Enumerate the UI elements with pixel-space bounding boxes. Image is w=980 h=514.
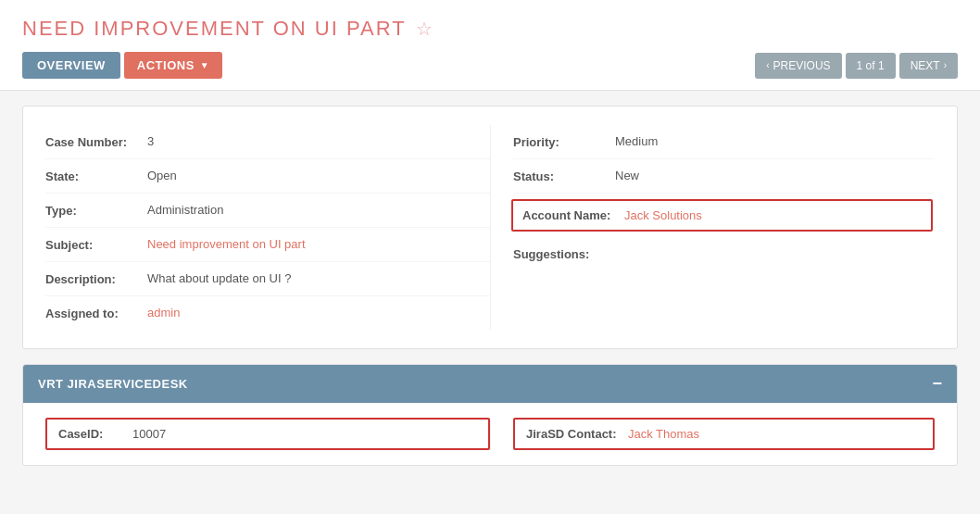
overview-button[interactable]: OVERVIEW [22,52,120,79]
details-left: Case Number: 3 State: Open Type: Adminis… [45,125,490,330]
account-name-box: Account Name: Jack Solutions [511,199,933,232]
next-button[interactable]: NEXT › [899,53,958,79]
caseid-box: CaseID: 10007 [45,418,490,450]
subject-label: Subject: [45,237,147,252]
chevron-right-icon: › [944,60,947,70]
jirasd-label: JiraSD Contact: [526,427,628,441]
priority-value: Medium [615,134,935,148]
vrt-collapse-button[interactable]: − [932,374,942,394]
dropdown-arrow-icon: ▼ [200,60,209,70]
main-content: Case Number: 3 State: Open Type: Adminis… [0,91,980,481]
vrt-section: VRT JIRASERVICEDESK − CaseID: 10007 Jira… [22,364,958,466]
suggestions-row: Suggestions: [513,237,935,270]
chevron-left-icon: ‹ [766,60,769,70]
vrt-title: VRT JIRASERVICEDESK [38,377,188,391]
caseid-label: CaseID: [58,427,132,441]
page-title-text: NEED IMPROVEMENT ON UI PART [22,17,407,41]
caseid-value: 10007 [132,427,166,441]
type-row: Type: Administration [45,194,490,228]
state-label: State: [45,169,147,183]
details-card: Case Number: 3 State: Open Type: Adminis… [22,106,958,349]
case-number-value: 3 [147,134,490,148]
previous-button[interactable]: ‹ PREVIOUS [755,53,841,79]
status-label: Status: [513,169,615,183]
details-grid: Case Number: 3 State: Open Type: Adminis… [45,125,935,330]
priority-row: Priority: Medium [513,125,935,159]
vrt-right: JiraSD Contact: Jack Thomas [490,418,935,450]
subject-value[interactable]: Need improvement on UI part [147,237,490,251]
description-label: Description: [45,271,147,286]
actions-label: ACTIONS [137,58,195,72]
actions-button[interactable]: ACTIONS ▼ [124,52,222,79]
vrt-body: CaseID: 10007 JiraSD Contact: Jack Thoma… [23,403,957,465]
toolbar: OVERVIEW ACTIONS ▼ ‹ PREVIOUS 1 of 1 NEX… [22,52,958,79]
account-name-label: Account Name: [522,208,624,222]
status-row: Status: New [513,159,935,194]
subject-row: Subject: Need improvement on UI part [45,228,490,262]
star-icon[interactable]: ☆ [416,18,434,40]
type-label: Type: [45,203,147,218]
assigned-to-value[interactable]: admin [147,306,490,320]
description-value: What about update on UI ? [147,271,490,285]
toolbar-right: ‹ PREVIOUS 1 of 1 NEXT › [755,53,958,79]
type-value: Administration [147,203,490,217]
case-number-row: Case Number: 3 [45,125,490,159]
vrt-header: VRT JIRASERVICEDESK − [23,365,957,403]
state-value: Open [147,169,490,182]
jirasd-box: JiraSD Contact: Jack Thomas [513,418,935,450]
details-right: Priority: Medium Status: New Account Nam… [490,125,935,330]
assigned-to-label: Assigned to: [45,306,147,320]
account-name-value[interactable]: Jack Solutions [624,208,702,222]
assigned-to-row: Assigned to: admin [45,296,490,330]
status-value: New [615,169,935,182]
nav-count: 1 of 1 [846,53,896,79]
page-title: NEED IMPROVEMENT ON UI PART ☆ [22,17,958,41]
account-name-row: Account Name: Jack Solutions [513,201,935,230]
toolbar-left: OVERVIEW ACTIONS ▼ [22,52,222,79]
previous-label: PREVIOUS [773,59,831,72]
state-row: State: Open [45,159,490,194]
priority-label: Priority: [513,134,615,149]
page-header: NEED IMPROVEMENT ON UI PART ☆ OVERVIEW A… [0,0,980,91]
next-label: NEXT [911,59,940,72]
case-number-label: Case Number: [45,134,147,149]
suggestions-label: Suggestions: [513,246,615,261]
description-row: Description: What about update on UI ? [45,262,490,296]
vrt-left: CaseID: 10007 [45,418,490,450]
jirasd-value[interactable]: Jack Thomas [628,427,699,441]
